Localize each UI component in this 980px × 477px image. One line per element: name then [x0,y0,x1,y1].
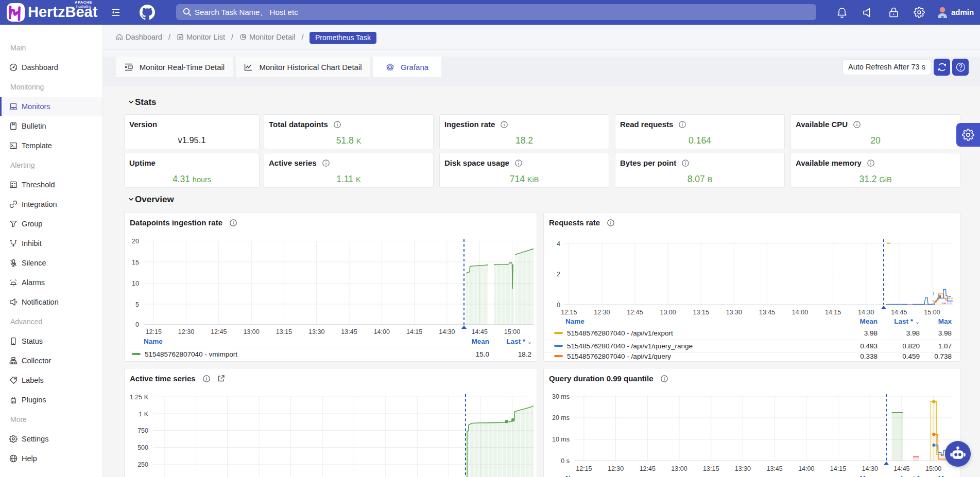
svg-text:5: 5 [135,301,139,308]
svg-text:12:30: 12:30 [608,465,624,472]
svg-text:13:45: 13:45 [341,328,357,335]
svg-text:13:30: 13:30 [308,328,324,335]
svg-text:13:30: 13:30 [735,465,751,472]
svg-text:1.25 K: 1.25 K [130,394,149,401]
svg-text:20 ms: 20 ms [552,414,570,421]
svg-text:15:00: 15:00 [504,328,520,335]
svg-text:12:45: 12:45 [640,465,656,472]
svg-text:15:00: 15:00 [924,309,940,316]
svg-text:4: 4 [557,240,560,248]
svg-text:13:00: 13:00 [671,465,687,472]
svg-text:10 ms: 10 ms [552,436,570,443]
svg-text:14:00: 14:00 [792,309,808,316]
svg-text:14:30: 14:30 [862,465,878,472]
svg-text:13:30: 13:30 [726,309,742,316]
svg-text:13:15: 13:15 [693,309,709,316]
svg-text:14:30: 14:30 [439,328,455,335]
svg-text:12:45: 12:45 [627,309,643,316]
svg-text:13:15: 13:15 [276,328,292,335]
svg-text:30 ms: 30 ms [552,393,570,400]
svg-text:750: 750 [137,427,148,434]
svg-text:12:45: 12:45 [211,328,227,335]
svg-text:15:00: 15:00 [925,465,941,472]
svg-text:0: 0 [135,321,139,328]
svg-text:12:30: 12:30 [594,309,610,316]
svg-text:12:15: 12:15 [561,309,577,316]
svg-text:0: 0 [557,302,560,309]
svg-text:13:45: 13:45 [759,309,775,316]
svg-text:12:30: 12:30 [178,328,194,335]
svg-text:13:00: 13:00 [660,309,676,316]
svg-text:13:00: 13:00 [243,328,259,335]
svg-text:13:45: 13:45 [766,465,782,472]
svg-text:10: 10 [132,280,139,287]
svg-text:14:15: 14:15 [406,328,422,335]
svg-text:0 s: 0 s [561,457,570,465]
svg-text:14:45: 14:45 [891,309,907,316]
svg-text:12:15: 12:15 [146,328,162,335]
svg-text:14:30: 14:30 [858,309,874,316]
svg-text:500: 500 [137,444,148,451]
svg-text:13:15: 13:15 [703,465,719,472]
svg-text:15: 15 [132,259,139,266]
svg-text:20: 20 [132,238,139,245]
svg-text:14:00: 14:00 [798,465,814,472]
svg-text:12:15: 12:15 [576,465,592,472]
svg-text:14:45: 14:45 [893,465,909,472]
svg-text:250: 250 [137,461,148,468]
svg-text:14:00: 14:00 [374,328,390,335]
svg-text:2: 2 [557,271,560,278]
svg-text:14:45: 14:45 [472,328,488,335]
svg-text:1 K: 1 K [139,411,148,418]
svg-text:14:15: 14:15 [830,465,846,472]
svg-text:14:15: 14:15 [825,309,841,316]
